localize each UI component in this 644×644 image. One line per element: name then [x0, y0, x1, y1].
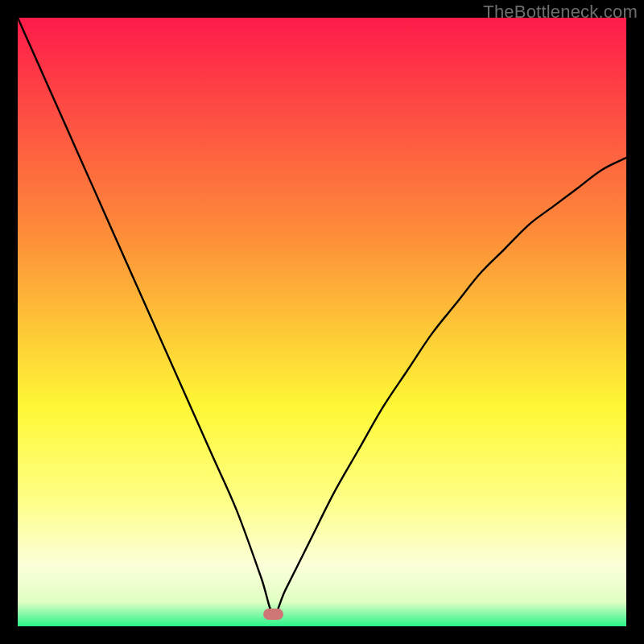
bottleneck-chart: [18, 18, 626, 626]
watermark-text: TheBottleneck.com: [483, 2, 638, 23]
chart-frame: TheBottleneck.com: [0, 0, 644, 644]
optimum-marker: [263, 609, 283, 620]
gradient-background: [18, 18, 626, 626]
